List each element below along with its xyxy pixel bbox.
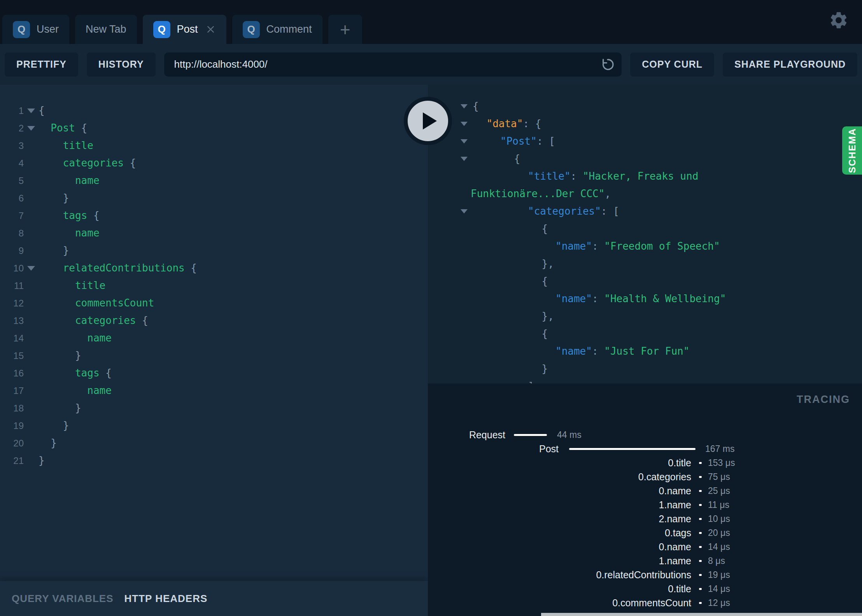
response-line: "title": "Hacker, Freaks und bbox=[428, 168, 862, 185]
schema-tab-label: SCHEMA bbox=[847, 128, 858, 173]
tab-bar: QUserNew TabQPostQComment + bbox=[0, 0, 862, 44]
response-line: ] bbox=[428, 378, 862, 383]
copy-curl-button[interactable]: COPY CURL bbox=[630, 52, 714, 77]
code-line: 6 } bbox=[0, 189, 428, 207]
tab-label: User bbox=[37, 23, 59, 35]
code-line: 7 tags { bbox=[0, 207, 428, 224]
collapse-arrow-icon[interactable] bbox=[461, 157, 473, 161]
query-code[interactable]: 1{2 Post {3 title4 categories {5 name6 }… bbox=[0, 85, 428, 469]
trace-value: 10 μs bbox=[708, 514, 730, 524]
response-text: "title": "Hacker, Freaks und bbox=[473, 168, 698, 185]
response-line: }, bbox=[428, 308, 862, 325]
trace-dash-icon bbox=[699, 546, 702, 548]
trace-label: 0.tags bbox=[428, 527, 691, 539]
response-line: { bbox=[428, 325, 862, 343]
response-viewer: {"data": {"Post": [{"title": "Hacker, Fr… bbox=[428, 85, 862, 383]
fold-arrow-icon[interactable] bbox=[24, 108, 39, 113]
http-headers-tab[interactable]: HTTP HEADERS bbox=[124, 593, 208, 605]
trace-value: 12 μs bbox=[708, 598, 730, 608]
response-text: }, bbox=[473, 308, 554, 325]
response-line: Funktionäre...Der CCC", bbox=[428, 185, 862, 203]
code-line: 3 title bbox=[0, 137, 428, 154]
line-number: 9 bbox=[0, 242, 24, 259]
code-text: Post { bbox=[39, 119, 87, 137]
trace-dash-icon bbox=[699, 602, 702, 604]
line-number: 18 bbox=[0, 399, 24, 417]
trace-row: 0.title14 μs bbox=[428, 582, 862, 596]
trace-value: 44 ms bbox=[557, 430, 582, 440]
response-pane: {"data": {"Post": [{"title": "Hacker, Fr… bbox=[428, 85, 862, 616]
trace-value: 11 μs bbox=[708, 500, 729, 510]
trace-label: 0.name bbox=[428, 541, 691, 553]
reload-schema-icon[interactable] bbox=[600, 57, 615, 72]
tab-post[interactable]: QPost bbox=[143, 15, 226, 44]
toolbar: PRETTIFY HISTORY http://localhost:4000/ … bbox=[0, 44, 862, 85]
line-number: 4 bbox=[0, 154, 24, 172]
close-tab-icon[interactable] bbox=[205, 24, 216, 35]
code-text: } bbox=[39, 434, 57, 452]
response-line: { bbox=[428, 98, 862, 115]
code-line: 18 } bbox=[0, 399, 428, 417]
response-line: "name": "Freedom of Speech" bbox=[428, 238, 862, 255]
code-text: tags { bbox=[39, 364, 112, 382]
code-line: 11 title bbox=[0, 277, 428, 294]
settings-gear-icon[interactable] bbox=[829, 10, 849, 30]
collapse-arrow-icon[interactable] bbox=[461, 139, 473, 144]
response-text: }, bbox=[473, 255, 554, 273]
fold-arrow-icon[interactable] bbox=[24, 266, 39, 271]
execute-query-button[interactable] bbox=[404, 97, 452, 145]
query-editor-pane[interactable]: 1{2 Post {3 title4 categories {5 name6 }… bbox=[0, 85, 428, 616]
tracing-panel: TRACING Request44 msPost167 ms0.title153… bbox=[428, 383, 862, 616]
code-text: } bbox=[39, 399, 81, 417]
tab-user[interactable]: QUser bbox=[2, 15, 69, 44]
collapse-arrow-icon[interactable] bbox=[461, 209, 473, 214]
tab-comment[interactable]: QComment bbox=[232, 15, 322, 44]
response-text: { bbox=[473, 98, 479, 115]
add-tab-button[interactable]: + bbox=[328, 15, 362, 44]
code-text: categories { bbox=[39, 312, 148, 329]
code-text: tags { bbox=[39, 207, 100, 224]
trace-label: 0.title bbox=[428, 583, 691, 595]
collapse-arrow-icon[interactable] bbox=[461, 104, 473, 108]
code-text: title bbox=[39, 137, 93, 154]
response-text: "name": "Just For Fun" bbox=[473, 343, 689, 360]
trace-label: 0.name bbox=[428, 485, 691, 497]
history-button[interactable]: HISTORY bbox=[87, 52, 156, 77]
query-variables-tab[interactable]: QUERY VARIABLES bbox=[12, 593, 114, 605]
share-playground-button[interactable]: SHARE PLAYGROUND bbox=[723, 52, 857, 77]
response-text: } bbox=[473, 360, 548, 378]
code-line: 19 } bbox=[0, 417, 428, 434]
prettify-button[interactable]: PRETTIFY bbox=[5, 52, 78, 77]
code-text: name bbox=[39, 382, 112, 399]
trace-label: 2.name bbox=[428, 513, 691, 525]
tab-new-tab[interactable]: New Tab bbox=[75, 15, 137, 44]
code-text: } bbox=[39, 347, 81, 364]
line-number: 8 bbox=[0, 224, 24, 242]
trace-label: Request bbox=[428, 429, 505, 441]
code-text: categories { bbox=[39, 154, 136, 172]
response-text: "name": "Health & Wellbeing" bbox=[473, 290, 726, 308]
schema-tab[interactable]: SCHEMA bbox=[842, 126, 862, 175]
trace-row: 0.relatedContributions19 μs bbox=[428, 568, 862, 582]
tracing-title: TRACING bbox=[797, 394, 850, 406]
response-text: { bbox=[473, 220, 548, 238]
fold-arrow-icon[interactable] bbox=[24, 126, 39, 131]
trace-row: Post167 ms bbox=[428, 442, 862, 456]
endpoint-input[interactable]: http://localhost:4000/ bbox=[164, 52, 622, 77]
code-line: 5 name bbox=[0, 172, 428, 189]
response-line: { bbox=[428, 273, 862, 290]
trace-bar bbox=[514, 434, 547, 436]
line-number: 2 bbox=[0, 119, 24, 137]
trace-row: 2.name10 μs bbox=[428, 512, 862, 526]
trace-label: 0.commentsCount bbox=[428, 597, 691, 609]
trace-dash-icon bbox=[699, 532, 702, 534]
line-number: 7 bbox=[0, 207, 24, 224]
response-text: { bbox=[473, 325, 548, 343]
line-number: 12 bbox=[0, 294, 24, 312]
collapse-arrow-icon[interactable] bbox=[461, 122, 473, 126]
code-line: 1{ bbox=[0, 102, 428, 119]
horizontal-scrollbar[interactable] bbox=[541, 613, 862, 616]
line-number: 20 bbox=[0, 434, 24, 452]
trace-row: 0.tags20 μs bbox=[428, 526, 862, 540]
trace-value: 20 μs bbox=[708, 528, 730, 538]
